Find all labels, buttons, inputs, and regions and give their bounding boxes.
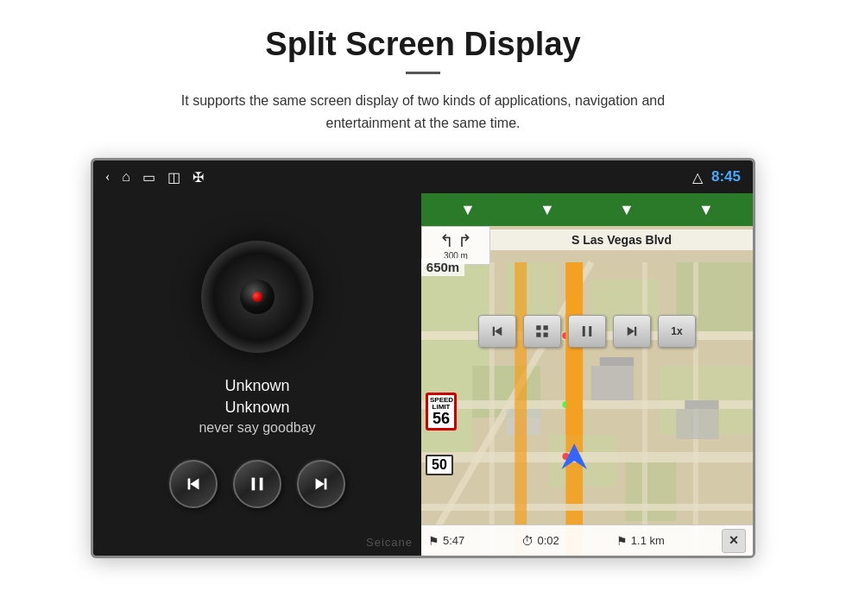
album-art: [201, 241, 313, 353]
speed-limit-label: SPEED LIMIT: [430, 397, 452, 411]
svg-rect-34: [565, 262, 583, 435]
svg-rect-22: [489, 262, 495, 556]
speed-limit-sign: SPEED LIMIT 56: [426, 393, 457, 431]
turn-right-icon: ↱: [458, 230, 472, 251]
duration-container: ⏱ 0:02: [521, 534, 559, 548]
track-title: Unknown: [224, 377, 289, 395]
svg-rect-33: [515, 262, 527, 556]
svg-rect-23: [642, 262, 647, 556]
svg-rect-39: [544, 325, 548, 330]
trip-duration: 0:02: [537, 534, 559, 547]
eta-container: ⚑ 5:47: [428, 534, 464, 548]
svg-rect-42: [583, 326, 585, 336]
svg-rect-3: [260, 478, 263, 491]
prev-button[interactable]: [169, 460, 218, 508]
end-flag-icon: ⚑: [616, 534, 628, 548]
svg-rect-38: [536, 325, 540, 330]
device-frame: ‹ ⌂ ▭ ◫ ✠ △ 8:45 Unknown: [91, 158, 755, 558]
nav-bottom-bar: ⚑ 5:47 ⏱ 0:02 ⚑ 1.1 km ×: [421, 525, 753, 556]
svg-rect-43: [589, 326, 591, 336]
speed-limit-value: 56: [430, 411, 452, 426]
svg-rect-32: [685, 400, 718, 409]
status-bar-right: △ 8:45: [692, 168, 741, 185]
svg-rect-1: [188, 479, 191, 490]
page-title: Split Screen Display: [265, 26, 580, 63]
music-controls: [169, 460, 345, 508]
album-art-inner: [240, 280, 275, 314]
eta-time: 5:47: [443, 534, 464, 547]
track-artist: Unknown: [224, 399, 289, 417]
status-bar-left: ‹ ⌂ ▭ ◫ ✠: [105, 169, 679, 185]
next-button[interactable]: [297, 460, 345, 508]
svg-rect-40: [536, 332, 540, 336]
page-description: It supports the same screen display of t…: [155, 90, 691, 134]
svg-rect-31: [676, 409, 718, 439]
status-time: 8:45: [711, 168, 741, 185]
turn-left-icon: ↰: [439, 230, 454, 251]
nav-top-bar: ▼ ▼ ▼ ▼: [421, 193, 753, 226]
map-next-button[interactable]: [613, 315, 651, 348]
home-icon[interactable]: ⌂: [122, 169, 130, 185]
svg-rect-19: [421, 452, 753, 462]
street-label: S Las Vegas Blvd: [490, 229, 753, 250]
trip-distance: 1.1 km: [631, 534, 665, 547]
map-prev-button[interactable]: [478, 315, 516, 348]
title-divider: [406, 72, 440, 74]
play-pause-button[interactable]: [233, 460, 281, 508]
start-flag-icon: ⚑: [428, 534, 439, 548]
map-pause-button[interactable]: [568, 315, 606, 348]
album-art-dot: [252, 292, 262, 302]
nav-arrow-4: ▼: [698, 201, 714, 219]
svg-marker-44: [628, 327, 634, 336]
close-nav-button[interactable]: ×: [722, 529, 746, 553]
back-icon[interactable]: ‹: [105, 169, 110, 185]
svg-rect-41: [544, 332, 548, 336]
status-bar: ‹ ⌂ ▭ ◫ ✠ △ 8:45: [93, 160, 753, 193]
map-grid-button[interactable]: [523, 315, 561, 348]
svg-marker-0: [190, 479, 199, 490]
nav-panel: ▼ ▼ ▼ ▼ ↰ ↱ 300 m 650m S Las Vegas Blvd: [421, 193, 753, 556]
svg-rect-37: [493, 327, 495, 336]
svg-marker-4: [316, 479, 325, 490]
svg-rect-20: [421, 504, 753, 511]
nav-arrow-1: ▼: [460, 201, 476, 219]
nav-arrow-3: ▼: [619, 201, 634, 219]
clock-icon: ⏱: [521, 534, 533, 548]
map-media-controls: 1x: [478, 315, 696, 348]
distance-container: ⚑ 1.1 km: [616, 534, 665, 548]
eject-icon[interactable]: △: [692, 169, 703, 185]
svg-rect-28: [591, 366, 634, 400]
svg-rect-5: [325, 479, 327, 490]
watermark: Seicane: [366, 536, 413, 549]
svg-rect-29: [600, 357, 634, 366]
track-album: never say goodbay: [199, 420, 315, 436]
left-distance: 650m: [421, 258, 464, 276]
music-panel: Unknown Unknown never say goodbay: [93, 193, 421, 556]
nav-arrow-2: ▼: [540, 201, 555, 219]
usb-icon[interactable]: ✠: [193, 169, 204, 185]
svg-rect-2: [252, 478, 256, 491]
svg-marker-36: [495, 327, 502, 336]
split-screen: Unknown Unknown never say goodbay: [93, 193, 753, 556]
gallery-icon[interactable]: ◫: [167, 169, 180, 185]
route-badge: 50: [426, 455, 453, 475]
map-speed-button[interactable]: 1x: [658, 315, 696, 348]
recents-icon[interactable]: ▭: [142, 169, 155, 185]
svg-rect-45: [634, 327, 636, 336]
